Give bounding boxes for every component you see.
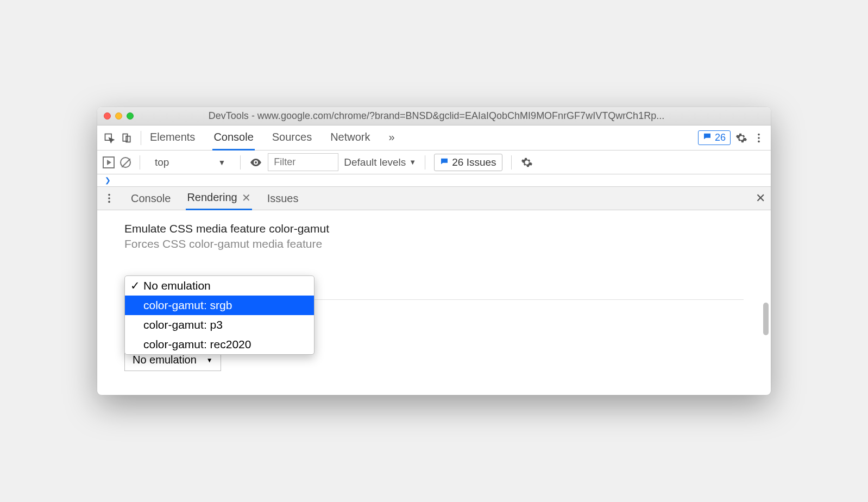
tab-console[interactable]: Console — [212, 126, 254, 150]
filter-input[interactable] — [268, 153, 338, 171]
message-icon — [703, 132, 712, 143]
close-tab-icon[interactable]: ✕ — [242, 191, 251, 204]
drawer-toolbar: Console Rendering ✕ Issues ✕ — [97, 186, 771, 210]
console-divider-2 — [240, 155, 241, 170]
settings-icon[interactable] — [735, 131, 748, 145]
drawer-tab-label: Issues — [267, 192, 299, 205]
dropdown-option-srgb[interactable]: color-gamut: srgb — [125, 296, 314, 315]
svg-point-8 — [108, 197, 110, 199]
svg-point-6 — [255, 161, 257, 164]
dropdown-option-rec2020[interactable]: color-gamut: rec2020 — [125, 335, 314, 354]
drawer-tab-console[interactable]: Console — [130, 188, 172, 209]
zoom-window-button[interactable] — [127, 112, 134, 120]
setting-title: Emulate CSS media feature color-gamut — [124, 222, 744, 235]
window-title: DevTools - www.google.com/chrome/?brand=… — [141, 110, 764, 122]
message-icon — [440, 156, 449, 168]
titlebar: DevTools - www.google.com/chrome/?brand=… — [97, 107, 771, 126]
issues-button[interactable]: 26 Issues — [434, 154, 502, 171]
clear-console-icon[interactable] — [120, 157, 131, 168]
console-divider-3 — [425, 155, 425, 170]
traffic-lights — [104, 112, 134, 120]
issues-count: 26 — [715, 132, 726, 143]
context-selector[interactable]: top ▼ — [149, 154, 231, 171]
svg-point-3 — [758, 133, 760, 135]
console-prompt[interactable]: ❯ — [97, 174, 771, 186]
toolbar-divider — [141, 131, 141, 145]
more-menu-icon[interactable] — [752, 131, 765, 145]
svg-point-4 — [758, 137, 760, 139]
chevron-down-icon: ▼ — [218, 158, 225, 167]
drawer-menu-icon[interactable] — [103, 192, 116, 205]
console-toolbar: top ▼ Default levels ▼ 26 Issues — [97, 150, 771, 174]
color-gamut-dropdown: No emulation color-gamut: srgb color-gam… — [124, 275, 315, 355]
scrollbar-thumb[interactable] — [763, 303, 769, 335]
issues-badge[interactable]: 26 — [698, 130, 731, 145]
devtools-window: DevTools - www.google.com/chrome/?brand=… — [97, 107, 771, 395]
dropdown-option-p3[interactable]: color-gamut: p3 — [125, 315, 314, 335]
setting-description: Forces CSS color-gamut media feature — [124, 237, 744, 250]
close-drawer-icon[interactable]: ✕ — [756, 191, 765, 205]
tab-sources[interactable]: Sources — [271, 126, 313, 150]
rendering-panel: Emulate CSS media feature color-gamut Fo… — [97, 210, 771, 395]
svg-point-9 — [108, 201, 110, 203]
console-settings-icon[interactable] — [520, 156, 533, 169]
svg-point-7 — [108, 194, 110, 196]
drawer-tab-issues[interactable]: Issues — [266, 188, 300, 209]
context-value: top — [155, 156, 169, 168]
tab-elements[interactable]: Elements — [149, 126, 196, 150]
log-levels-selector[interactable]: Default levels ▼ — [344, 156, 416, 168]
issues-label: 26 Issues — [452, 156, 496, 168]
minimize-window-button[interactable] — [115, 112, 122, 120]
tab-network[interactable]: Network — [329, 126, 371, 150]
dropdown-option-no-emulation[interactable]: No emulation — [125, 276, 314, 296]
drawer-tab-rendering[interactable]: Rendering ✕ — [186, 187, 251, 210]
inspect-element-icon[interactable] — [103, 131, 116, 145]
console-divider-4 — [511, 155, 512, 170]
drawer-tab-label: Console — [131, 192, 171, 205]
drawer-tab-label: Rendering — [187, 191, 237, 204]
chevron-down-icon: ▼ — [409, 158, 416, 166]
svg-point-5 — [758, 140, 760, 142]
levels-label: Default levels — [344, 156, 406, 168]
chevron-down-icon: ▼ — [206, 356, 213, 364]
live-expression-icon[interactable] — [249, 156, 262, 169]
tab-overflow[interactable]: » — [388, 126, 396, 150]
console-divider — [140, 155, 140, 170]
select-value: No emulation — [133, 354, 197, 366]
svg-rect-1 — [123, 134, 127, 141]
close-window-button[interactable] — [104, 112, 111, 120]
panel-tabs: Elements Console Sources Network » — [149, 126, 396, 150]
execution-context-icon[interactable] — [103, 156, 115, 168]
device-toggle-icon[interactable] — [120, 131, 133, 145]
main-toolbar: Elements Console Sources Network » 26 — [97, 126, 771, 150]
